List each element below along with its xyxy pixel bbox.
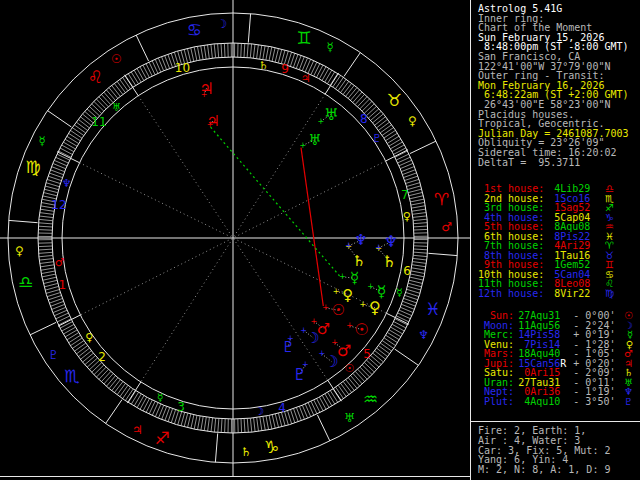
leo-ruler-icon: ☉ <box>111 52 122 66</box>
degree-marker: + <box>359 300 366 309</box>
house-cusp-segment <box>57 152 80 163</box>
info-panel: Astrolog 5.41G Astrolog 5.41GInner ring:… <box>471 0 640 480</box>
taurus-sign-icon: ♉ <box>387 90 402 110</box>
sign-boundary-line <box>410 141 436 154</box>
scorpio-sign-icon: ♏ <box>64 366 79 386</box>
leo-sign-icon: ♌ <box>88 67 103 87</box>
degree-marker: + <box>299 141 306 150</box>
house-number-3: 3 <box>177 400 185 414</box>
sun-inner-icon: ☉ <box>332 301 345 319</box>
gemini-ruler-icon: ☿ <box>327 40 334 54</box>
degree-marker: + <box>345 241 352 250</box>
sagittarius-sign-icon: ♐ <box>155 428 170 448</box>
house-ruler-icon: ☿ <box>396 286 403 299</box>
scorpio-ruler-icon: ♇ <box>48 348 59 362</box>
house-number-6: 6 <box>403 264 411 278</box>
summary-line: M: 2, N: 8, A: 1, D: 9 <box>478 465 640 475</box>
sun-outer-icon: ☉ <box>355 320 369 339</box>
house-ruler-icon: ♀ <box>403 210 411 223</box>
aspect-line-jupiter-mercury-trine <box>211 127 340 276</box>
mars-inner-icon: ♂ <box>317 320 330 338</box>
sagittarius-ruler-icon: ♃ <box>132 423 143 437</box>
chart-wheel: 1♂2♀3☿4☽5☉6☿7♀8♇9♃10♄11♅12♆♈♂♉♀♊☿♋☽♌☉♍☿♎… <box>0 0 470 480</box>
degree-marker: + <box>322 303 329 312</box>
house-ruler-icon: ☿ <box>157 391 164 404</box>
uranus-outer-icon: ♅ <box>324 105 338 124</box>
virgo-sign-icon: ♍ <box>26 157 41 177</box>
cancer-sign-icon: ♋ <box>187 20 202 40</box>
aquarius-ruler-icon: ♅ <box>344 411 355 425</box>
aries-ruler-icon: ♂ <box>441 220 452 234</box>
planet-glyphs: ++☉☉++☽☽++☿☿++♀♀++♂♂++♃♃++♄♄++♅♅++♆♆++♇♇ <box>199 79 398 384</box>
house-ruler-icon: ☽ <box>254 405 264 418</box>
house-number-11: 11 <box>91 115 106 129</box>
sign-boundary-line <box>106 400 122 424</box>
house-ruler-icon: ♇ <box>372 132 382 145</box>
pluto-outer-icon: ♇ <box>292 365 306 384</box>
saturn-inner-icon: ♄ <box>352 252 365 270</box>
uranus-inner-icon: ♅ <box>308 131 321 149</box>
jupiter-outer-icon: ♃ <box>199 79 213 98</box>
house-number-5: 5 <box>363 347 371 361</box>
planet-row: Plut: 4Aqu10 - 3°50'♇ <box>478 397 640 407</box>
house-cusp-segment <box>387 313 410 324</box>
neptune-outer-icon: ♆ <box>384 232 398 251</box>
house-label: 12th house: <box>478 289 544 299</box>
venus-inner-icon: ♀ <box>342 286 353 304</box>
sign-boundary-line <box>136 35 149 61</box>
planet-velocity: - 3°50' <box>573 397 615 407</box>
capricorn-ruler-icon: ♄ <box>241 445 252 459</box>
pisces-sign-icon: ♓ <box>425 299 440 319</box>
jupiter-inner-icon: ♃ <box>206 112 219 130</box>
house-number-9: 9 <box>281 62 289 76</box>
pluto-inner-icon: ♇ <box>281 338 294 356</box>
house-ruler-icon: ♀ <box>85 331 93 344</box>
house-number-7: 7 <box>401 188 409 202</box>
house-ruler-icon: ♄ <box>258 59 268 72</box>
retrograde-flag <box>560 397 566 407</box>
neptune-inner-icon: ♆ <box>354 231 367 249</box>
sign-boundary-line <box>9 220 38 222</box>
astrolog-screen: 1♂2♀3☿4☽5☉6☿7♀8♇9♃10♄11♅12♆♈♂♉♀♊☿♋☽♌☉♍☿♎… <box>0 0 640 480</box>
summary-divider <box>471 421 640 422</box>
capricorn-sign-icon: ♑ <box>264 437 279 457</box>
libra-ruler-icon: ♀ <box>15 244 24 258</box>
house-ruler-icon: ♃ <box>301 72 311 85</box>
house-number-12: 12 <box>51 198 66 212</box>
zodiac-sign-icon: ♍ <box>605 289 614 299</box>
degree-marker: + <box>375 243 382 252</box>
house-cusp-value: 8Vir22 <box>554 289 590 299</box>
info-line: DeltaT = 95.3711 <box>478 158 640 168</box>
house-ruler-icon: ♂ <box>55 256 65 269</box>
planet-label: Plut: <box>478 397 514 407</box>
sign-boundary-line <box>344 53 360 77</box>
venus-outer-icon: ♀ <box>369 298 381 317</box>
house-ruler-icon: ♅ <box>112 101 122 114</box>
house-number-8: 8 <box>360 112 368 126</box>
house-ruler-icon: ☉ <box>344 362 354 375</box>
house-number-10: 10 <box>175 61 190 75</box>
aspect-line-uranus-sun-square <box>301 148 323 306</box>
house-cusp-segment <box>386 150 408 161</box>
cancer-ruler-icon: ☽ <box>216 17 227 31</box>
aries-sign-icon: ♈ <box>434 189 449 209</box>
house-number-4: 4 <box>278 401 286 415</box>
chart-wheel-area: 1♂2♀3☿4☽5☉6☿7♀8♇9♃10♄11♅12♆♈♂♉♀♊☿♋☽♌☉♍☿♎… <box>0 0 470 480</box>
sign-boundary-line <box>30 322 56 335</box>
houses-table: 1st house:4Lib29♎ 2nd house:1Sco16♏ 3rd … <box>478 184 640 298</box>
degree-marker: + <box>367 282 374 291</box>
aspect-lines <box>211 127 340 306</box>
gemini-sign-icon: ♊ <box>296 28 311 48</box>
undefined-icon: ♇ <box>624 397 633 407</box>
chart-info-block: Astrolog 5.41G Astrolog 5.41GInner ring:… <box>478 4 640 167</box>
planet-position: 4Aqu10 <box>518 397 560 407</box>
summary-block: Fire: 2, Earth: 1,Air : 4, Water: 3Car: … <box>478 426 640 475</box>
sign-boundary-line <box>317 415 330 441</box>
degree-marker: + <box>333 287 340 296</box>
house-number-1: 1 <box>59 278 67 292</box>
mercury-inner-icon: ☿ <box>350 269 359 287</box>
aquarius-sign-icon: ♒ <box>363 389 378 409</box>
house-number-2: 2 <box>98 350 106 364</box>
degree-marker: + <box>339 272 346 281</box>
saturn-outer-icon: ♄ <box>382 252 396 271</box>
